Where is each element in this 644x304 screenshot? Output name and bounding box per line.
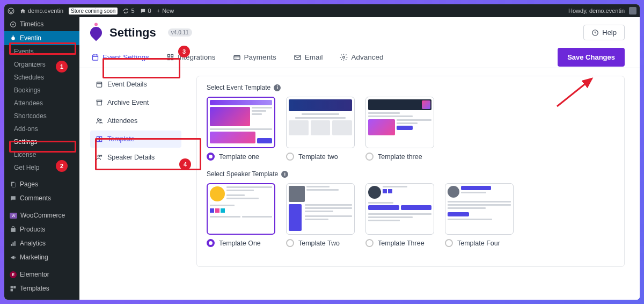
sub-attendees[interactable]: Attendees bbox=[4, 97, 79, 110]
speaker-template-1[interactable]: Template One bbox=[207, 183, 276, 247]
sub-gethelp[interactable]: Get Help bbox=[4, 161, 79, 174]
wp-sidebar: Timetics Eventin Events Organizers Sched… bbox=[4, 17, 79, 300]
tab-advanced[interactable]: Advanced bbox=[339, 47, 384, 68]
sub-shortcodes[interactable]: Shortcodes bbox=[4, 110, 79, 122]
svg-rect-12 bbox=[13, 286, 16, 288]
svg-rect-5 bbox=[12, 183, 15, 187]
speaker-template-2[interactable]: Template Two bbox=[286, 183, 356, 247]
svg-rect-23 bbox=[97, 82, 101, 87]
svg-rect-6 bbox=[11, 228, 16, 231]
svg-rect-13 bbox=[11, 289, 13, 291]
snav-attendees[interactable]: Attendees bbox=[90, 112, 181, 129]
svg-rect-17 bbox=[171, 55, 173, 57]
wp-logo-icon[interactable] bbox=[8, 8, 14, 15]
menu-marketing[interactable]: Marketing bbox=[4, 250, 79, 264]
annotation-num-2: 2 bbox=[56, 160, 68, 172]
annotation-num-3: 3 bbox=[178, 46, 190, 57]
speaker-template-4[interactable]: Template Four bbox=[445, 183, 515, 247]
svg-point-26 bbox=[98, 119, 100, 121]
comments-link[interactable]: 0 bbox=[140, 8, 151, 14]
help-button[interactable]: Help bbox=[583, 25, 625, 40]
svg-rect-21 bbox=[295, 55, 301, 60]
tab-event-settings[interactable]: Event Settings bbox=[90, 47, 150, 68]
svg-rect-18 bbox=[168, 58, 170, 60]
menu-products[interactable]: Products bbox=[4, 222, 79, 236]
radio-icon bbox=[286, 239, 294, 247]
page-title: Settings bbox=[109, 26, 156, 40]
svg-line-34 bbox=[557, 78, 592, 106]
tab-email[interactable]: Email bbox=[292, 47, 324, 68]
svg-point-32 bbox=[100, 155, 101, 156]
version-badge: v4.0.11 bbox=[168, 28, 192, 37]
wp-admin-bar: demo.eventin Store coming soon 5 0 + New… bbox=[4, 4, 640, 17]
menu-pages[interactable]: Pages bbox=[4, 177, 79, 191]
event-template-1[interactable]: Template one bbox=[207, 97, 276, 161]
menu-templates[interactable]: Templates bbox=[4, 281, 79, 295]
snav-speaker-details[interactable]: Speaker Details bbox=[90, 149, 181, 166]
settings-subnav: Event Details Archive Event Attendees Te… bbox=[90, 76, 181, 267]
menu-woocommerce[interactable]: WWooCommerce bbox=[4, 208, 79, 222]
info-icon[interactable]: i bbox=[274, 84, 281, 91]
svg-point-22 bbox=[343, 56, 345, 59]
tab-integrations[interactable]: Integrations bbox=[165, 47, 217, 68]
menu-analytics[interactable]: Analytics bbox=[4, 236, 79, 250]
new-link[interactable]: + New bbox=[157, 8, 174, 14]
sub-bookings[interactable]: Bookings bbox=[4, 84, 79, 97]
sub-schedules[interactable]: Schedules bbox=[4, 71, 79, 84]
svg-rect-16 bbox=[168, 55, 170, 57]
sub-license[interactable]: License bbox=[4, 148, 79, 161]
store-badge: Store coming soon bbox=[69, 8, 118, 15]
annotation-arrow bbox=[552, 74, 605, 114]
radio-icon bbox=[207, 153, 215, 161]
svg-rect-28 bbox=[97, 136, 99, 141]
svg-rect-9 bbox=[14, 241, 16, 246]
radio-icon bbox=[365, 239, 374, 247]
svg-rect-25 bbox=[97, 102, 101, 105]
menu-timetics[interactable]: Timetics bbox=[4, 17, 79, 31]
snav-event-details[interactable]: Event Details bbox=[90, 76, 181, 93]
svg-rect-20 bbox=[233, 55, 239, 60]
svg-rect-8 bbox=[12, 242, 13, 246]
svg-rect-7 bbox=[11, 244, 12, 246]
radio-icon bbox=[207, 239, 215, 247]
svg-point-31 bbox=[98, 155, 100, 157]
svg-rect-15 bbox=[93, 55, 98, 60]
svg-point-27 bbox=[100, 119, 101, 121]
content-area: Settings v4.0.11 Help Event Settings Int… bbox=[79, 17, 640, 300]
annotation-num-1: 1 bbox=[56, 61, 68, 73]
svg-rect-10 bbox=[14, 256, 16, 258]
eventin-brand-icon bbox=[87, 24, 104, 41]
svg-rect-30 bbox=[100, 140, 102, 142]
site-link[interactable]: demo.eventin bbox=[20, 8, 63, 14]
info-icon[interactable]: i bbox=[281, 171, 288, 178]
event-template-2[interactable]: Template two bbox=[286, 97, 356, 161]
radio-icon bbox=[365, 153, 374, 161]
tab-payments[interactable]: Payments bbox=[232, 47, 277, 68]
sub-addons[interactable]: Add-ons bbox=[4, 122, 79, 135]
sub-settings[interactable]: Settings bbox=[4, 135, 79, 148]
menu-comments[interactable]: Comments bbox=[4, 191, 79, 205]
annotation-num-4: 4 bbox=[179, 158, 191, 170]
sub-organizers[interactable]: Organizers bbox=[4, 58, 79, 71]
menu-elementor[interactable]: EElementor bbox=[4, 267, 79, 281]
updates-link[interactable]: 5 bbox=[123, 8, 134, 14]
sub-events[interactable]: Events bbox=[4, 45, 79, 58]
menu-eventin[interactable]: Eventin bbox=[4, 31, 79, 45]
save-changes-button[interactable]: Save Changes bbox=[558, 48, 625, 67]
radio-icon bbox=[445, 239, 453, 247]
snav-archive-event[interactable]: Archive Event bbox=[90, 94, 181, 111]
radio-icon bbox=[286, 153, 294, 161]
speaker-template-label: Select Speaker Templatei bbox=[207, 170, 614, 178]
svg-point-2 bbox=[11, 37, 15, 40]
svg-rect-19 bbox=[171, 58, 173, 60]
svg-rect-29 bbox=[100, 136, 102, 139]
event-template-3[interactable]: Template three bbox=[365, 97, 435, 161]
svg-point-3 bbox=[12, 35, 13, 37]
howdy-link[interactable]: Howdy, demo.eventin bbox=[568, 7, 636, 15]
snav-template[interactable]: Template bbox=[90, 131, 181, 148]
svg-rect-11 bbox=[11, 286, 13, 288]
speaker-template-3[interactable]: Template Three bbox=[365, 183, 435, 247]
